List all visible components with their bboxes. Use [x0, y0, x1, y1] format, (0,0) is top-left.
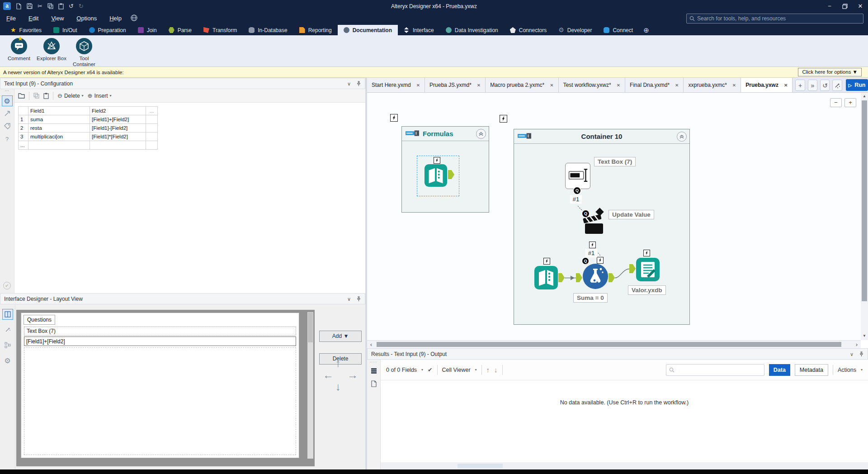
grid-col-field1[interactable]: Field1: [28, 107, 90, 115]
question-label-box[interactable]: Text Box (7): [24, 327, 296, 336]
category-in-out[interactable]: In/Out: [47, 25, 83, 35]
caret-down-icon[interactable]: ▾: [475, 368, 477, 372]
collapse-panel-icon[interactable]: ∨: [347, 296, 351, 302]
wand-button[interactable]: [832, 80, 842, 91]
grid-cell[interactable]: resta: [28, 124, 90, 133]
zoom-in-button[interactable]: +: [844, 98, 856, 107]
test-view-wand-tab[interactable]: [2, 324, 13, 335]
output-data-tool[interactable]: [636, 257, 660, 284]
caret-down-icon[interactable]: ▾: [421, 368, 423, 372]
question-anchor[interactable]: Q: [582, 210, 589, 217]
macro-input-tool[interactable]: [534, 265, 558, 292]
pin-icon[interactable]: [859, 351, 864, 358]
move-right-arrow[interactable]: →: [347, 370, 358, 380]
lightning-anchor-icon[interactable]: [589, 242, 596, 248]
delete-row-button[interactable]: ⊖ Delete ▾: [57, 92, 84, 99]
interface-designer-header[interactable]: Interface Designer - Layout View ∨: [0, 293, 365, 304]
question-text-input[interactable]: [24, 337, 296, 346]
import-folder-icon[interactable]: [18, 93, 25, 99]
collapse-panel-icon[interactable]: ∨: [850, 351, 854, 357]
move-down-arrow[interactable]: ↓: [335, 381, 341, 392]
results-grid-view-icon[interactable]: [368, 365, 379, 376]
workflow-tab[interactable]: xxprueba.yxmc*✕: [684, 78, 741, 92]
lightning-anchor-icon[interactable]: [500, 115, 507, 123]
redo-icon[interactable]: ↻: [79, 3, 84, 9]
actions-menu-button[interactable]: Actions: [838, 367, 856, 373]
new-workflow-button[interactable]: +: [795, 80, 805, 91]
category-transform[interactable]: Transform: [198, 25, 243, 35]
horizontal-scroll-thumb[interactable]: [377, 342, 841, 347]
close-tab-icon[interactable]: ✕: [416, 83, 420, 88]
update-options-button[interactable]: Click here for options ▼: [798, 68, 862, 76]
workflow-tab-active[interactable]: Prueba.yxwz✕: [741, 78, 793, 92]
results-scroll-thumb[interactable]: [458, 464, 503, 468]
close-tab-icon[interactable]: ✕: [477, 83, 481, 88]
grid-cell[interactable]: [90, 141, 146, 150]
tool-explorer-box[interactable]: Explorer Box: [35, 38, 68, 62]
close-tab-icon[interactable]: ✕: [550, 83, 553, 88]
results-log-view-icon[interactable]: [368, 378, 379, 389]
lightning-anchor-icon[interactable]: [390, 114, 398, 122]
configuration-tab-gear[interactable]: ⚙: [2, 95, 13, 106]
zoom-out-button[interactable]: −: [830, 98, 842, 107]
grid-cell[interactable]: suma: [28, 115, 90, 124]
suma-annotation[interactable]: Suma = 0: [573, 293, 608, 303]
close-tab-icon[interactable]: ✕: [617, 83, 620, 88]
vertical-scroll-thumb[interactable]: [862, 100, 867, 301]
scroll-up-button[interactable]: ▲: [861, 93, 868, 100]
properties-gear-tab[interactable]: ⚙: [2, 355, 13, 366]
update-value-annotation[interactable]: Update Value: [609, 210, 654, 219]
move-left-arrow[interactable]: ←: [323, 370, 334, 380]
connection-label[interactable]: #1: [570, 195, 582, 204]
category-reporting[interactable]: Reporting: [293, 25, 338, 35]
copy-icon[interactable]: [47, 3, 53, 9]
help-tab-icon[interactable]: ?: [2, 133, 13, 144]
insert-row-button[interactable]: ⊕ Insert ▾: [88, 92, 112, 99]
canvas-horizontal-scrollbar[interactable]: ‹ ›: [367, 340, 861, 348]
alteryx-logo-icon[interactable]: a: [3, 2, 11, 10]
category-preparation[interactable]: Preparation: [83, 25, 132, 35]
caret-down-icon[interactable]: ▾: [861, 368, 863, 372]
data-toggle-button[interactable]: Data: [769, 364, 790, 376]
paste-rows-icon[interactable]: [43, 93, 49, 99]
metadata-toggle-button[interactable]: Metadata: [795, 364, 828, 376]
run-button[interactable]: ▷Run: [846, 79, 868, 91]
container-10-header[interactable]: Container 10: [514, 129, 689, 144]
more-tabs-button[interactable]: »: [808, 80, 817, 91]
tree-view-tab[interactable]: [2, 340, 13, 351]
category-join[interactable]: Join: [132, 25, 163, 35]
category-connectors[interactable]: Connectors: [504, 25, 552, 35]
valor-annotation[interactable]: Valor.yxdb: [628, 285, 666, 295]
global-search-box[interactable]: [686, 14, 863, 24]
designer-scrollbar[interactable]: [307, 312, 313, 459]
results-search-input[interactable]: [677, 367, 761, 373]
collapse-panel-icon[interactable]: ∨: [347, 81, 351, 87]
lightning-anchor-icon[interactable]: [643, 250, 650, 256]
fields-count[interactable]: 0 of 0 Fields: [386, 367, 417, 373]
scroll-right-button[interactable]: ›: [853, 341, 861, 348]
pin-icon[interactable]: [356, 81, 361, 87]
lightning-anchor-icon[interactable]: [543, 258, 550, 265]
lightning-anchor-icon[interactable]: [597, 257, 604, 264]
results-panel-header[interactable]: Results - Text Input (9) - Output ∨: [367, 348, 868, 360]
grid-cell[interactable]: [Field1]*[Field2]: [90, 133, 146, 141]
workflow-tab[interactable]: Final Dna.yxmd*✕: [625, 78, 684, 92]
language-globe-icon[interactable]: [131, 14, 137, 23]
grid-cell[interactable]: [28, 141, 90, 150]
question-anchor[interactable]: Q: [574, 187, 580, 194]
add-question-button[interactable]: Add ▼: [319, 331, 362, 342]
macro-tool[interactable]: [424, 164, 448, 189]
navigation-tab-icon[interactable]: [2, 108, 13, 119]
designer-scrollbar-thumb[interactable]: [308, 313, 313, 342]
tool-comment[interactable]: ★ Comment: [3, 38, 35, 62]
close-tab-icon[interactable]: ✕: [675, 83, 679, 88]
collapse-container-button[interactable]: [476, 129, 486, 139]
menu-edit[interactable]: Edit: [22, 12, 45, 25]
category-developer[interactable]: ⚙Developer: [552, 25, 598, 35]
workflow-tab[interactable]: Prueba JS.yxmd*✕: [425, 78, 486, 92]
results-horizontal-scrollbar[interactable]: [381, 462, 868, 469]
undo-icon[interactable]: ↺: [69, 3, 74, 9]
category-connect[interactable]: Connect: [598, 25, 639, 35]
grid-cell[interactable]: [Field1]-[Field2]: [90, 124, 146, 133]
move-up-arrow[interactable]: ↑: [335, 358, 341, 369]
